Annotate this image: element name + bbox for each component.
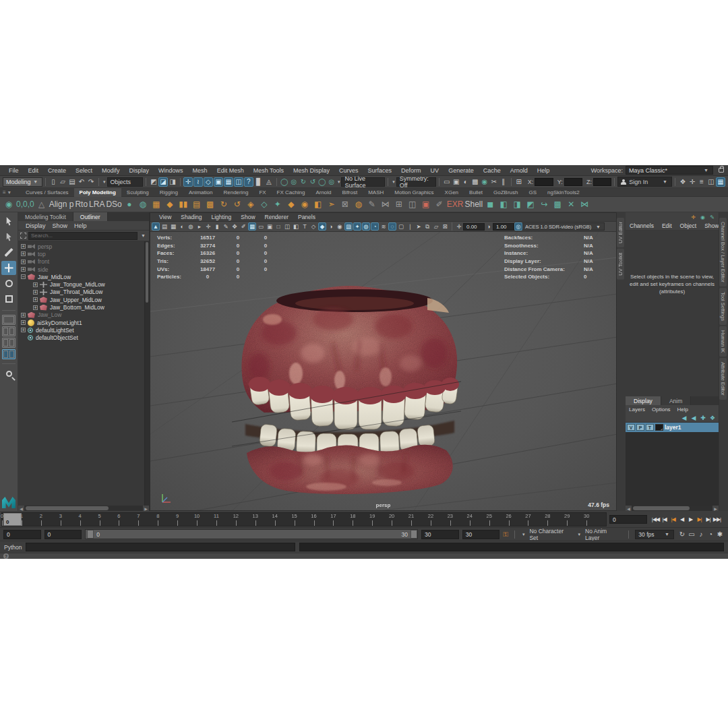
poly-sphere-icon[interactable]: ◉ bbox=[299, 198, 311, 210]
layer-menu-item[interactable]: Options bbox=[648, 406, 674, 413]
two-pane-layout-button[interactable] bbox=[2, 338, 16, 348]
shelf-tab[interactable]: XGen bbox=[439, 188, 464, 197]
chevron-down-icon[interactable]: ▾ bbox=[522, 532, 525, 537]
time-tick[interactable]: 2 bbox=[41, 513, 61, 526]
duplicate-special-icon[interactable]: ⋈ bbox=[380, 198, 392, 210]
chevron-down-icon[interactable]: ▾ bbox=[578, 532, 581, 537]
character-controls-icon[interactable]: ✛ bbox=[688, 177, 697, 187]
menubar-item[interactable]: Display bbox=[125, 167, 154, 174]
character-set-dropdown[interactable]: No Character Set bbox=[529, 528, 573, 541]
playhead[interactable]: 0 bbox=[3, 513, 22, 526]
expand-toggle-icon[interactable] bbox=[33, 282, 38, 287]
animation-prefs-icon[interactable]: ◔ bbox=[706, 530, 715, 539]
vertical-tab[interactable]: Human IK bbox=[719, 326, 727, 357]
orient-pivot-icon[interactable]: △ bbox=[36, 198, 48, 210]
help-icon[interactable]: ? bbox=[3, 553, 9, 559]
shadows-icon[interactable]: ▨ bbox=[344, 222, 353, 231]
edge-flow-icon[interactable]: ↪ bbox=[538, 198, 550, 210]
lasso-select-tool[interactable] bbox=[1, 230, 16, 244]
go-to-end-button[interactable]: ▶▶| bbox=[712, 514, 721, 524]
connect-icon[interactable]: ◩ bbox=[524, 198, 537, 210]
shelf-tab[interactable]: GS bbox=[524, 188, 543, 197]
align-pivot-button[interactable]: Align p bbox=[49, 198, 74, 210]
shelf-tab[interactable]: ngSkinTools2 bbox=[542, 188, 585, 197]
layer-hscrollbar[interactable]: ◀ ▶ bbox=[626, 506, 719, 511]
play-forwards-button[interactable]: ▶ bbox=[686, 514, 695, 524]
material-sphere-icon[interactable]: ◐ bbox=[178, 222, 186, 231]
shelf-tab[interactable]: Arnold bbox=[310, 188, 336, 197]
target-weld-icon[interactable]: ◨ bbox=[511, 198, 523, 210]
expand-toggle-icon[interactable] bbox=[21, 267, 26, 272]
isolate-select-icon[interactable]: ▢ bbox=[397, 222, 405, 231]
time-tick[interactable]: 8 bbox=[158, 513, 177, 526]
outliner-hscrollbar[interactable]: ◀ ▶ bbox=[18, 506, 149, 511]
expand-toggle-icon[interactable] bbox=[21, 260, 26, 264]
collapse-edge-icon[interactable]: ⋈ bbox=[578, 198, 590, 210]
search-input[interactable] bbox=[28, 232, 138, 240]
smooth-preview-icon[interactable]: ◍ bbox=[137, 198, 149, 210]
channel-graph-icon[interactable]: ✎ bbox=[708, 214, 716, 221]
command-input[interactable] bbox=[26, 543, 295, 551]
shelf-tab[interactable]: Rigging bbox=[154, 188, 183, 197]
vertical-tab[interactable]: Attribute Editor bbox=[719, 358, 727, 400]
select-tool[interactable] bbox=[1, 214, 16, 229]
zoom-tool-icon[interactable] bbox=[6, 371, 12, 377]
shaded-icon[interactable]: ◆ bbox=[318, 222, 326, 231]
evaluation-mode-icon[interactable]: ✱ bbox=[715, 530, 725, 539]
history-ring-icon[interactable]: ◯ bbox=[317, 177, 327, 187]
anti-alias-icon[interactable]: ◔ bbox=[371, 222, 379, 231]
loop-mode-icon[interactable]: ▭ bbox=[687, 530, 696, 539]
paste-icon[interactable]: ▱ bbox=[432, 222, 440, 231]
field-chart-icon[interactable]: ◫ bbox=[283, 222, 291, 231]
move-layer-up-icon[interactable]: ◀ bbox=[680, 414, 688, 422]
create-layer-from-selected-icon[interactable]: ❖ bbox=[708, 414, 717, 422]
snap-align-icon[interactable]: ◉ bbox=[3, 198, 15, 210]
render-current-frame-icon[interactable]: ▣ bbox=[452, 177, 461, 187]
highlight-selection-icon[interactable]: ◬ bbox=[264, 177, 274, 187]
animation-start-field[interactable]: 0 bbox=[3, 530, 41, 539]
image-plane-icon[interactable]: ✎ bbox=[222, 222, 230, 231]
history-curve-icon[interactable]: ◎ bbox=[289, 177, 299, 187]
grid-snap-options-icon[interactable]: ❖ bbox=[678, 177, 688, 187]
fog-icon[interactable]: ≋ bbox=[380, 222, 388, 231]
menubar-item[interactable]: Edit Mesh bbox=[212, 167, 249, 174]
layer-row[interactable]: VPT layer1 bbox=[626, 423, 719, 432]
move-layer-down-icon[interactable]: ◀ bbox=[690, 414, 698, 422]
vertical-tab[interactable]: Channel Box / Layer Editor bbox=[719, 218, 727, 286]
play-backwards-button[interactable]: ◀ bbox=[677, 514, 686, 524]
outliner-menu-item[interactable]: Display bbox=[22, 222, 49, 229]
time-tick[interactable]: 30 bbox=[586, 513, 606, 526]
fps-dropdown[interactable]: 30 fps ▼ bbox=[635, 530, 674, 539]
shelf-options-icon[interactable]: ▾ bbox=[8, 189, 11, 195]
motion-blur-icon[interactable]: ◍ bbox=[362, 222, 370, 231]
frame-select-icon[interactable]: ⊠ bbox=[339, 198, 351, 210]
lattice-icon[interactable]: ◫ bbox=[406, 198, 419, 210]
show-manipulator-icon[interactable]: ✛ bbox=[690, 214, 697, 221]
snap-view-plane-icon[interactable]: ▦ bbox=[224, 177, 233, 187]
time-tick[interactable]: 7 bbox=[138, 513, 158, 526]
smooth-mesh-icon[interactable]: ● bbox=[123, 198, 135, 210]
history-loop-icon[interactable]: ↻ bbox=[299, 177, 308, 187]
viewport-menu-item[interactable]: Renderer bbox=[260, 214, 293, 220]
channel-menu-item[interactable]: Channels bbox=[626, 222, 658, 229]
shelf-tab[interactable]: Animation bbox=[183, 188, 218, 197]
poly-cube-icon[interactable]: ◆ bbox=[285, 198, 297, 210]
outliner-item[interactable]: front bbox=[18, 258, 144, 266]
exposure-field[interactable]: 0.00 bbox=[463, 223, 485, 231]
vertical-tab[interactable]: UV Toolkit bbox=[617, 249, 624, 280]
symmetry-dropdown[interactable]: Symmetry: Off bbox=[396, 177, 436, 187]
combine-icon[interactable]: ▦ bbox=[150, 198, 162, 210]
menubar-item[interactable]: Cache bbox=[479, 167, 506, 174]
expand-toggle-icon[interactable] bbox=[21, 320, 26, 325]
bookmark-icon[interactable]: ▮ bbox=[213, 222, 221, 231]
history-dot-icon[interactable]: ◎ bbox=[327, 177, 336, 187]
shelf-tab[interactable]: Curves / Surfaces bbox=[20, 188, 74, 197]
channel-menu-item[interactable]: Object bbox=[676, 222, 701, 229]
gate-mask-icon[interactable]: □ bbox=[274, 222, 282, 231]
expand-toggle-icon[interactable] bbox=[21, 328, 26, 332]
render-region-icon[interactable]: ▩ bbox=[471, 177, 480, 187]
layer-toggle[interactable]: V bbox=[627, 424, 635, 431]
step-forward-frame-button[interactable]: ▶| bbox=[704, 514, 712, 524]
window-grid-icon[interactable]: ⊞ bbox=[393, 198, 405, 210]
extrude-icon[interactable]: ✦ bbox=[272, 198, 284, 210]
